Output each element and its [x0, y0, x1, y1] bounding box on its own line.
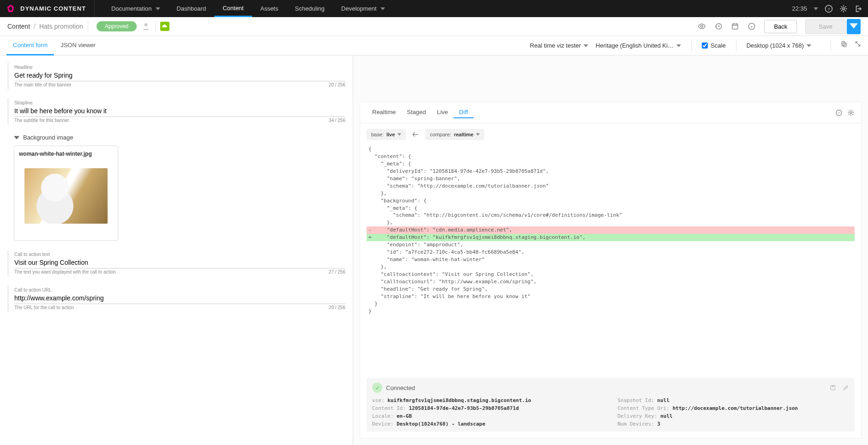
svg-marker-4 [814, 7, 818, 10]
field-cta-text: Call to action text The text you want di… [7, 250, 345, 276]
svg-marker-19 [14, 136, 19, 139]
preview-gear-icon[interactable] [847, 109, 855, 116]
svg-marker-24 [476, 134, 480, 136]
diff-base-selector[interactable]: base: live [367, 129, 406, 140]
edit-connection-icon[interactable] [843, 384, 849, 391]
copy-icon[interactable] [840, 40, 848, 48]
tab-content-form[interactable]: Content form [6, 36, 54, 55]
user-icon[interactable] [141, 22, 151, 31]
svg-text:?: ? [827, 6, 830, 11]
calendar-icon[interactable] [731, 22, 739, 30]
strapline-input[interactable] [14, 105, 345, 117]
preview-tab-staged[interactable]: Staged [401, 107, 431, 118]
history-icon[interactable] [714, 22, 723, 30]
tab-json-viewer[interactable]: JSON viewer [54, 36, 102, 55]
nav-content[interactable]: Content [214, 0, 252, 17]
top-nav: DYNAMIC CONTENT Documentation Dashboard … [0, 0, 868, 17]
svg-rect-17 [842, 42, 845, 45]
preview-pane: Realtime Staged Live Diff ? base: live c… [353, 55, 868, 445]
nav-dashboard[interactable]: Dashboard [169, 0, 215, 17]
preview-help-icon[interactable]: ? [835, 109, 843, 116]
brand-text: DYNAMIC CONTENT [20, 5, 86, 12]
logo[interactable]: DYNAMIC CONTENT [6, 0, 95, 17]
help-icon[interactable]: ? [825, 5, 833, 13]
svg-marker-16 [807, 44, 811, 47]
save-snapshot-icon[interactable] [830, 384, 836, 391]
nav-documentation[interactable]: Documentation [103, 0, 168, 17]
headline-count: 20 / 256 [329, 82, 345, 87]
svg-point-8 [145, 23, 148, 26]
field-cta-url: Call to action URL The URL for the call … [7, 286, 345, 312]
content-form: Headline The main title of this banner20… [0, 55, 353, 445]
preview-tab-live[interactable]: Live [432, 107, 454, 118]
back-button[interactable]: Back [764, 20, 797, 33]
connection-status: Connected vse: kuifkfmrgfsv1qjsmei8dbbnq… [367, 378, 855, 432]
preview-tab-diff[interactable]: Diff [453, 107, 473, 118]
image-card[interactable]: woman-white-hat-winter.jpg [14, 146, 118, 241]
diff-output: { "content": { "_meta": { "deliveryId": … [360, 146, 861, 378]
svg-rect-26 [832, 385, 834, 387]
breadcrumb: Content / Hats promotion [7, 23, 83, 30]
image-filename: woman-white-hat-winter.jpg [19, 151, 113, 157]
locale-selector[interactable]: Heritage (English United Ki… [596, 42, 681, 49]
diff-compare-selector[interactable]: compare: realtime [425, 129, 484, 140]
connected-label: Connected [386, 384, 415, 391]
strapline-hint: The subtitle for this banner [14, 118, 69, 123]
breadcrumb-root[interactable]: Content [7, 23, 30, 30]
popout-icon[interactable] [854, 40, 862, 48]
info-icon[interactable] [747, 22, 756, 30]
cta-url-hint: The URL for the call to action [14, 305, 74, 310]
eye-icon[interactable] [698, 22, 706, 30]
svg-marker-2 [156, 7, 160, 10]
svg-rect-11 [732, 24, 738, 29]
field-strapline: Strapline The subtitle for this banner34… [7, 98, 345, 125]
svg-marker-23 [398, 134, 401, 136]
save-dropdown-button[interactable] [847, 19, 861, 34]
svg-text:?: ? [838, 111, 840, 115]
svg-marker-13 [850, 23, 858, 28]
brand-icon [6, 4, 16, 14]
cta-text-hint: The text you want displayed with the cal… [14, 269, 116, 274]
connected-icon [372, 383, 382, 393]
svg-rect-18 [843, 43, 846, 47]
subheader: Content / Hats promotion Approved Back S… [0, 17, 868, 36]
time-dropdown-icon[interactable] [814, 6, 818, 11]
breadcrumb-current: Hats promotion [39, 23, 83, 30]
field-headline: Headline The main title of this banner20… [7, 63, 345, 89]
gear-icon[interactable] [839, 5, 848, 13]
swap-icon[interactable] [411, 130, 420, 139]
device-selector[interactable]: Desktop (1024 x 768) [747, 42, 811, 49]
publish-status-icon[interactable] [160, 22, 169, 31]
editor-tabs-row: Content form JSON viewer Real time viz t… [0, 36, 868, 55]
svg-point-22 [850, 112, 852, 114]
logout-icon[interactable] [854, 5, 862, 13]
status-badge: Approved [96, 21, 137, 31]
headline-hint: The main title of this banner [14, 82, 71, 87]
svg-point-7 [843, 7, 845, 10]
preview-tab-realtime[interactable]: Realtime [367, 107, 401, 118]
background-image-toggle[interactable]: Background image [14, 134, 345, 141]
svg-marker-3 [380, 7, 385, 10]
svg-marker-15 [676, 44, 681, 47]
strapline-count: 34 / 256 [329, 118, 345, 123]
cta-text-input[interactable] [14, 257, 345, 268]
nav-assets[interactable]: Assets [252, 0, 287, 17]
save-button[interactable]: Save [805, 19, 846, 34]
scale-checkbox[interactable]: Scale [702, 42, 726, 49]
nav-development[interactable]: Development [333, 0, 393, 17]
cta-text-count: 27 / 256 [329, 269, 345, 274]
cta-url-count: 29 / 256 [329, 305, 345, 310]
cta-url-input[interactable] [14, 293, 345, 304]
clock: 22:35 [792, 5, 807, 12]
nav-scheduling[interactable]: Scheduling [287, 0, 333, 17]
headline-input[interactable] [14, 70, 345, 81]
preview-tabs: Realtime Staged Live Diff ? [360, 102, 861, 123]
svg-marker-14 [584, 44, 588, 47]
image-thumbnail [24, 168, 108, 224]
viz-selector[interactable]: Real time viz tester [530, 42, 589, 49]
svg-point-9 [701, 25, 703, 28]
